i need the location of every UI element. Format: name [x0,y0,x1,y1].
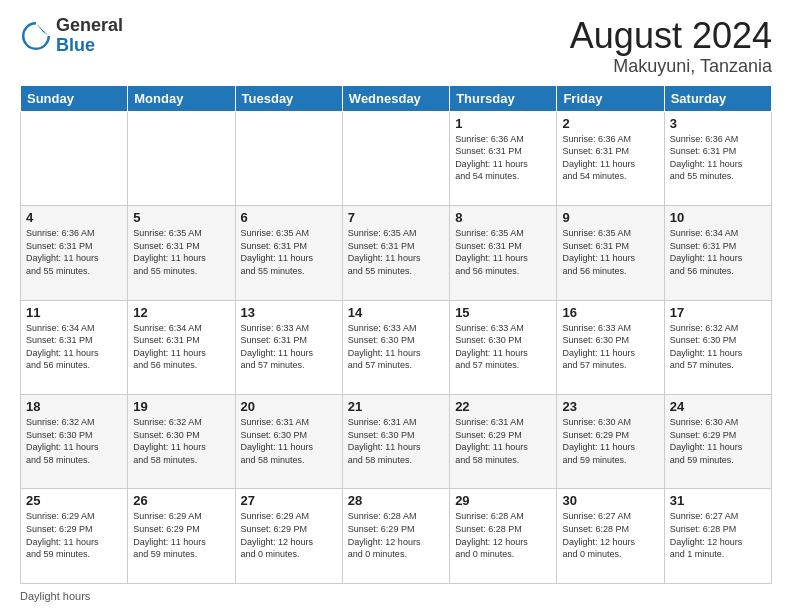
calendar-cell: 14Sunrise: 6:33 AMSunset: 6:30 PMDayligh… [342,300,449,394]
day-info: Sunrise: 6:34 AMSunset: 6:31 PMDaylight:… [133,322,229,372]
location-title: Makuyuni, Tanzania [570,56,772,77]
day-header-friday: Friday [557,85,664,111]
calendar-cell: 29Sunrise: 6:28 AMSunset: 6:28 PMDayligh… [450,489,557,584]
day-number: 12 [133,305,229,320]
day-number: 27 [241,493,337,508]
calendar-cell: 21Sunrise: 6:31 AMSunset: 6:30 PMDayligh… [342,395,449,489]
day-number: 16 [562,305,658,320]
calendar-cell: 19Sunrise: 6:32 AMSunset: 6:30 PMDayligh… [128,395,235,489]
logo-general-text: General [56,15,123,35]
day-info: Sunrise: 6:33 AMSunset: 6:30 PMDaylight:… [562,322,658,372]
calendar-cell: 17Sunrise: 6:32 AMSunset: 6:30 PMDayligh… [664,300,771,394]
day-info: Sunrise: 6:29 AMSunset: 6:29 PMDaylight:… [26,510,122,560]
calendar-cell: 5Sunrise: 6:35 AMSunset: 6:31 PMDaylight… [128,206,235,300]
logo: General Blue [20,16,123,56]
calendar-cell: 8Sunrise: 6:35 AMSunset: 6:31 PMDaylight… [450,206,557,300]
day-number: 20 [241,399,337,414]
calendar-cell: 3Sunrise: 6:36 AMSunset: 6:31 PMDaylight… [664,111,771,205]
day-number: 4 [26,210,122,225]
day-info: Sunrise: 6:32 AMSunset: 6:30 PMDaylight:… [26,416,122,466]
day-info: Sunrise: 6:27 AMSunset: 6:28 PMDaylight:… [670,510,766,560]
logo-icon [20,20,52,52]
day-number: 22 [455,399,551,414]
week-row-5: 25Sunrise: 6:29 AMSunset: 6:29 PMDayligh… [21,489,772,584]
day-info: Sunrise: 6:28 AMSunset: 6:29 PMDaylight:… [348,510,444,560]
logo-text: General Blue [56,16,123,56]
calendar-page: General Blue August 2024 Makuyuni, Tanza… [0,0,792,612]
day-number: 31 [670,493,766,508]
day-info: Sunrise: 6:32 AMSunset: 6:30 PMDaylight:… [133,416,229,466]
calendar-cell [128,111,235,205]
days-header-row: SundayMondayTuesdayWednesdayThursdayFrid… [21,85,772,111]
day-info: Sunrise: 6:34 AMSunset: 6:31 PMDaylight:… [670,227,766,277]
day-info: Sunrise: 6:35 AMSunset: 6:31 PMDaylight:… [133,227,229,277]
week-row-2: 4Sunrise: 6:36 AMSunset: 6:31 PMDaylight… [21,206,772,300]
day-info: Sunrise: 6:36 AMSunset: 6:31 PMDaylight:… [455,133,551,183]
day-info: Sunrise: 6:35 AMSunset: 6:31 PMDaylight:… [241,227,337,277]
day-number: 28 [348,493,444,508]
calendar-cell: 1Sunrise: 6:36 AMSunset: 6:31 PMDaylight… [450,111,557,205]
footer: Daylight hours [20,590,772,602]
day-header-tuesday: Tuesday [235,85,342,111]
calendar-cell: 28Sunrise: 6:28 AMSunset: 6:29 PMDayligh… [342,489,449,584]
day-info: Sunrise: 6:31 AMSunset: 6:30 PMDaylight:… [241,416,337,466]
day-info: Sunrise: 6:36 AMSunset: 6:31 PMDaylight:… [670,133,766,183]
day-number: 25 [26,493,122,508]
day-number: 14 [348,305,444,320]
day-number: 13 [241,305,337,320]
day-info: Sunrise: 6:32 AMSunset: 6:30 PMDaylight:… [670,322,766,372]
day-number: 24 [670,399,766,414]
calendar-cell: 11Sunrise: 6:34 AMSunset: 6:31 PMDayligh… [21,300,128,394]
day-header-thursday: Thursday [450,85,557,111]
title-block: August 2024 Makuyuni, Tanzania [570,16,772,77]
day-info: Sunrise: 6:29 AMSunset: 6:29 PMDaylight:… [241,510,337,560]
header: General Blue August 2024 Makuyuni, Tanza… [20,16,772,77]
day-number: 1 [455,116,551,131]
month-title: August 2024 [570,16,772,56]
day-info: Sunrise: 6:33 AMSunset: 6:30 PMDaylight:… [455,322,551,372]
daylight-label: Daylight hours [20,590,90,602]
calendar-cell: 26Sunrise: 6:29 AMSunset: 6:29 PMDayligh… [128,489,235,584]
calendar-cell: 20Sunrise: 6:31 AMSunset: 6:30 PMDayligh… [235,395,342,489]
day-number: 5 [133,210,229,225]
day-number: 29 [455,493,551,508]
day-number: 21 [348,399,444,414]
day-info: Sunrise: 6:35 AMSunset: 6:31 PMDaylight:… [348,227,444,277]
calendar-cell: 12Sunrise: 6:34 AMSunset: 6:31 PMDayligh… [128,300,235,394]
day-info: Sunrise: 6:31 AMSunset: 6:30 PMDaylight:… [348,416,444,466]
calendar-cell [235,111,342,205]
calendar-cell: 30Sunrise: 6:27 AMSunset: 6:28 PMDayligh… [557,489,664,584]
day-info: Sunrise: 6:28 AMSunset: 6:28 PMDaylight:… [455,510,551,560]
day-number: 11 [26,305,122,320]
calendar-cell: 7Sunrise: 6:35 AMSunset: 6:31 PMDaylight… [342,206,449,300]
day-number: 26 [133,493,229,508]
day-number: 2 [562,116,658,131]
day-info: Sunrise: 6:34 AMSunset: 6:31 PMDaylight:… [26,322,122,372]
calendar-cell: 23Sunrise: 6:30 AMSunset: 6:29 PMDayligh… [557,395,664,489]
day-header-sunday: Sunday [21,85,128,111]
day-number: 7 [348,210,444,225]
day-info: Sunrise: 6:27 AMSunset: 6:28 PMDaylight:… [562,510,658,560]
day-number: 15 [455,305,551,320]
day-number: 23 [562,399,658,414]
calendar-cell: 22Sunrise: 6:31 AMSunset: 6:29 PMDayligh… [450,395,557,489]
logo-blue-text: Blue [56,35,95,55]
day-number: 30 [562,493,658,508]
week-row-3: 11Sunrise: 6:34 AMSunset: 6:31 PMDayligh… [21,300,772,394]
calendar-cell: 9Sunrise: 6:35 AMSunset: 6:31 PMDaylight… [557,206,664,300]
week-row-4: 18Sunrise: 6:32 AMSunset: 6:30 PMDayligh… [21,395,772,489]
calendar-cell: 24Sunrise: 6:30 AMSunset: 6:29 PMDayligh… [664,395,771,489]
day-info: Sunrise: 6:35 AMSunset: 6:31 PMDaylight:… [562,227,658,277]
day-info: Sunrise: 6:35 AMSunset: 6:31 PMDaylight:… [455,227,551,277]
day-header-monday: Monday [128,85,235,111]
day-info: Sunrise: 6:29 AMSunset: 6:29 PMDaylight:… [133,510,229,560]
day-header-wednesday: Wednesday [342,85,449,111]
calendar-cell: 10Sunrise: 6:34 AMSunset: 6:31 PMDayligh… [664,206,771,300]
day-number: 3 [670,116,766,131]
calendar-cell: 27Sunrise: 6:29 AMSunset: 6:29 PMDayligh… [235,489,342,584]
day-number: 8 [455,210,551,225]
day-info: Sunrise: 6:33 AMSunset: 6:30 PMDaylight:… [348,322,444,372]
day-number: 18 [26,399,122,414]
day-info: Sunrise: 6:30 AMSunset: 6:29 PMDaylight:… [562,416,658,466]
calendar-cell: 31Sunrise: 6:27 AMSunset: 6:28 PMDayligh… [664,489,771,584]
